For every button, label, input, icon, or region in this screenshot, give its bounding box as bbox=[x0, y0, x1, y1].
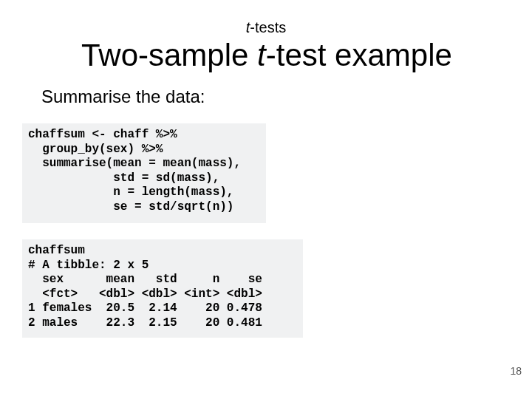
code-block-summarise: chaffsum <- chaff %>% group_by(sex) %>% … bbox=[22, 123, 266, 223]
superheading-rest: -tests bbox=[250, 19, 286, 35]
slide-title: Two-sample t-test example bbox=[81, 38, 532, 73]
title-pre: Two-sample bbox=[81, 38, 257, 72]
title-post: -test example bbox=[266, 38, 452, 72]
slide-superheading: t-tests bbox=[0, 19, 532, 36]
title-ital: t bbox=[257, 38, 266, 72]
code-text-1: chaffsum <- chaff %>% group_by(sex) %>% … bbox=[28, 128, 260, 214]
subheading: Summarise the data: bbox=[41, 86, 532, 107]
page-number: 18 bbox=[510, 365, 522, 377]
code-text-2: chaffsum # A tibble: 2 x 5 sex mean std … bbox=[28, 244, 297, 330]
code-block-output: chaffsum # A tibble: 2 x 5 sex mean std … bbox=[22, 239, 303, 338]
